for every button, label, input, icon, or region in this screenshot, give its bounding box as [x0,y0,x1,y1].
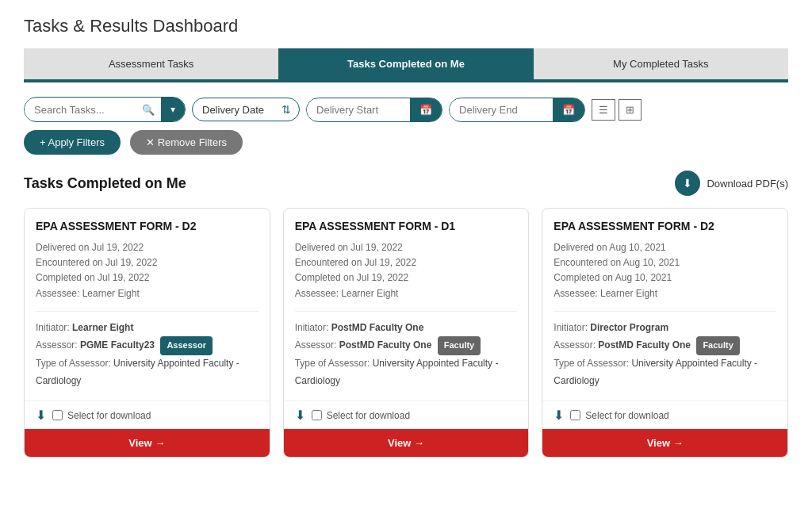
card-meta: Delivered on Jul 19, 2022 Encountered on… [295,240,518,301]
completed-on: Completed on Aug 10, 2021 [553,270,776,286]
card-info: Initiator: PostMD Faculty One Assessor: … [295,320,518,390]
checkbox-container: Select for download [570,410,668,421]
view-button[interactable]: View → [542,429,787,457]
initiator: Initiator: Director Program [553,320,776,337]
select-for-download-checkbox[interactable] [570,410,580,420]
completed-on: Completed on Jul 19, 2022 [295,270,518,286]
delivery-date-select: Delivery Date ⇅ [192,98,300,121]
card-title: EPA ASSESSMENT FORM - D2 [553,220,776,232]
delivered-on: Delivered on Aug 10, 2021 [553,240,776,255]
card-divider [295,311,518,312]
delivered-on: Delivered on Jul 19, 2022 [295,240,518,255]
card-2: EPA ASSESSMENT FORM - D1 Delivered on Ju… [283,208,530,458]
search-icon-btn[interactable]: 🔍 [136,99,161,121]
download-circle-icon: ⬇ [675,171,700,196]
view-button[interactable]: View → [284,429,529,457]
checkbox-container: Select for download [52,410,151,421]
list-view-btn[interactable]: ☰ [592,99,615,121]
select-for-download-checkbox[interactable] [52,410,63,420]
main-container: Tasks & Results Dashboard Assessment Tas… [0,0,812,506]
tab-bar: Assessment Tasks Tasks Completed on Me M… [24,48,788,82]
encountered-on: Encountered on Aug 10, 2021 [553,255,776,270]
card-info: Initiator: Learner Eight Assessor: PGME … [36,320,259,390]
delivery-end-input[interactable] [450,99,553,121]
tab-assessment-tasks[interactable]: Assessment Tasks [24,48,278,79]
card-download-icon[interactable]: ⬇ [295,408,305,423]
section-title: Tasks Completed on Me [24,175,186,192]
delivery-start-input[interactable] [307,99,410,121]
card-title: EPA ASSESSMENT FORM - D1 [295,220,518,232]
delivery-start-container: 📅 [306,98,442,122]
search-dropdown-btn[interactable]: ▾ [161,98,185,121]
assessor: Assessor: PostMD Faculty One Faculty [553,336,776,355]
encountered-on: Encountered on Jul 19, 2022 [36,255,259,270]
card-title: EPA ASSESSMENT FORM - D2 [36,220,259,232]
card-divider [553,311,776,312]
grid-view-btn[interactable]: ⊞ [619,99,642,121]
tab-my-completed-tasks[interactable]: My Completed Tasks [534,48,788,79]
select-label: Select for download [67,410,151,421]
type-of-assessor: Type of Assessor: University Appointed F… [36,355,259,389]
view-toggle: ☰ ⊞ [592,99,642,121]
type-of-assessor: Type of Assessor: University Appointed F… [295,355,518,389]
section-header: Tasks Completed on Me ⬇ Download PDF(s) [24,171,788,196]
select-label: Select for download [585,410,668,421]
card-meta: Delivered on Aug 10, 2021 Encountered on… [553,240,776,301]
card-body: EPA ASSESSMENT FORM - D1 Delivered on Ju… [284,209,529,401]
checkbox-container: Select for download [312,410,410,421]
search-container: 🔍 ▾ [24,97,186,122]
download-pdfs-btn[interactable]: ⬇ Download PDF(s) [675,171,788,196]
action-row: + Apply Filters ✕ Remove Filters [24,130,788,155]
card-3: EPA ASSESSMENT FORM - D2 Delivered on Au… [542,208,788,458]
remove-filters-btn[interactable]: ✕ Remove Filters [130,130,243,155]
encountered-on: Encountered on Jul 19, 2022 [295,255,518,270]
tab-tasks-completed-on-me[interactable]: Tasks Completed on Me [278,48,533,79]
delivery-start-calendar-btn[interactable]: 📅 [410,98,442,121]
select-for-download-checkbox[interactable] [312,410,322,420]
card-footer: ⬇ Select for download [542,401,787,429]
assessee: Assessee: Learner Eight [553,286,776,301]
sort-btn[interactable]: ⇅ [274,98,299,121]
assessor-badge: Faculty [696,336,740,355]
apply-filters-btn[interactable]: + Apply Filters [24,130,121,155]
page-title: Tasks & Results Dashboard [24,16,788,36]
filter-row: 🔍 ▾ Delivery Date ⇅ 📅 📅 ☰ ⊞ [24,97,788,122]
delivery-end-calendar-btn[interactable]: 📅 [553,98,584,121]
card-1: EPA ASSESSMENT FORM - D2 Delivered on Ju… [24,208,270,458]
assessee: Assessee: Learner Eight [295,286,518,301]
select-label: Select for download [327,410,410,421]
initiator: Initiator: PostMD Faculty One [295,320,518,337]
card-meta: Delivered on Jul 19, 2022 Encountered on… [36,240,259,301]
completed-on: Completed on Jul 19, 2022 [36,270,259,286]
card-footer: ⬇ Select for download [284,401,529,429]
delivery-end-container: 📅 [449,98,585,122]
download-pdfs-label: Download PDF(s) [707,178,788,190]
assessor-badge: Faculty [438,336,481,355]
card-footer: ⬇ Select for download [25,401,270,429]
delivery-date-label: Delivery Date [193,99,274,121]
delivered-on: Delivered on Jul 19, 2022 [36,240,259,255]
assessee: Assessee: Learner Eight [36,286,259,301]
card-info: Initiator: Director Program Assessor: Po… [553,320,776,390]
card-download-icon[interactable]: ⬇ [553,408,564,423]
cards-grid: EPA ASSESSMENT FORM - D2 Delivered on Ju… [24,208,788,458]
initiator: Initiator: Learner Eight [36,320,259,337]
card-download-icon[interactable]: ⬇ [36,408,46,423]
assessor: Assessor: PostMD Faculty One Faculty [295,336,518,355]
card-body: EPA ASSESSMENT FORM - D2 Delivered on Ju… [25,209,270,401]
search-input[interactable] [25,99,136,121]
card-divider [36,311,259,312]
view-button[interactable]: View → [25,429,270,457]
type-of-assessor: Type of Assessor: University Appointed F… [553,355,776,389]
assessor-badge: Assessor [160,336,213,355]
assessor: Assessor: PGME Faculty23 Assessor [36,336,259,355]
card-body: EPA ASSESSMENT FORM - D2 Delivered on Au… [542,209,787,401]
